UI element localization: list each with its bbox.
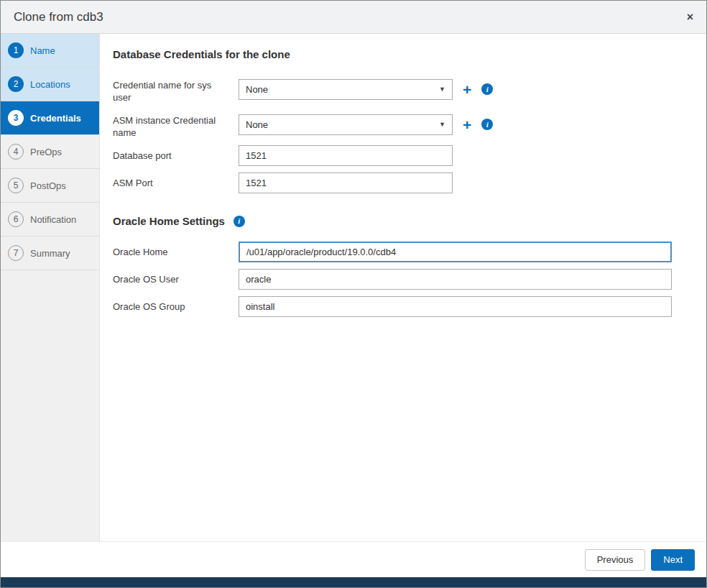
step-label: Notification [30, 214, 76, 225]
field-label: Database port [113, 145, 239, 166]
form-row-sys-credential: Credential name for sys user None ▼ + i [113, 75, 689, 104]
add-sys-credential-icon[interactable]: + [463, 82, 471, 97]
section-title-oracle-home: Oracle Home Settings i [113, 215, 689, 227]
step-number: 1 [8, 42, 24, 58]
step-label: Summary [30, 248, 70, 259]
field-label: ASM instance Credential name [113, 110, 239, 139]
dialog-body: 1 Name 2 Locations 3 Credentials 4 PreOp… [1, 34, 706, 541]
step-label: Locations [30, 79, 70, 90]
form-row-asm-port: ASM Port [113, 173, 689, 193]
sidebar-step-name[interactable]: 1 Name [1, 34, 99, 68]
form-row-oracle-os-group: Oracle OS Group [113, 296, 689, 317]
info-icon-sys-credential[interactable]: i [481, 83, 493, 95]
chevron-down-icon: ▼ [439, 86, 445, 93]
section-title-text: Oracle Home Settings [113, 215, 225, 227]
form-row-asm-credential: ASM instance Credential name None ▼ + i [113, 110, 689, 139]
step-label: Credentials [30, 113, 81, 124]
field-label: Oracle OS User [113, 269, 239, 290]
form-row-oracle-os-user: Oracle OS User [113, 269, 689, 290]
oracle-os-group-input[interactable] [239, 296, 672, 317]
step-number: 4 [8, 144, 24, 160]
next-button[interactable]: Next [651, 549, 695, 571]
step-number: 5 [8, 178, 24, 193]
sidebar-step-postops[interactable]: 5 PostOps [1, 169, 99, 203]
clone-dialog: Clone from cdb3 × 1 Name 2 Locations 3 C… [0, 0, 707, 588]
select-value: None [246, 84, 268, 95]
window-bottom-strip [1, 577, 706, 587]
sidebar-step-locations[interactable]: 2 Locations [1, 68, 99, 101]
chevron-down-icon: ▼ [439, 121, 445, 128]
oracle-os-user-input[interactable] [239, 269, 672, 290]
form-row-database-port: Database port [113, 145, 689, 166]
page-title: Clone from cdb3 [14, 10, 103, 24]
section-title-credentials: Database Credentials for the clone [113, 48, 689, 60]
sidebar-step-summary[interactable]: 7 Summary [1, 236, 99, 270]
field-label: ASM Port [113, 173, 239, 193]
sidebar-step-credentials[interactable]: 3 Credentials [1, 101, 99, 135]
select-value: None [246, 119, 268, 130]
main-content: Database Credentials for the clone Crede… [100, 34, 706, 541]
field-label: Oracle Home [113, 242, 239, 262]
field-label: Oracle OS Group [113, 296, 239, 317]
dialog-footer: Previous Next [1, 541, 706, 577]
info-icon-oracle-home[interactable]: i [234, 216, 245, 227]
step-number: 2 [8, 76, 24, 92]
credential-sys-select[interactable]: None ▼ [239, 79, 453, 100]
step-label: Name [30, 45, 55, 56]
close-icon[interactable]: × [687, 12, 693, 23]
info-icon-asm-credential[interactable]: i [481, 119, 493, 130]
section-title-text: Database Credentials for the clone [113, 48, 290, 60]
database-port-input[interactable] [239, 145, 453, 166]
step-number: 7 [8, 245, 24, 261]
titlebar: Clone from cdb3 × [1, 1, 706, 34]
oracle-home-input[interactable] [239, 242, 672, 262]
asm-port-input[interactable] [239, 173, 453, 193]
form-row-oracle-home: Oracle Home [113, 242, 689, 262]
add-asm-credential-icon[interactable]: + [463, 117, 471, 132]
step-label: PreOps [30, 147, 62, 157]
sidebar-step-preops[interactable]: 4 PreOps [1, 135, 99, 169]
sidebar-step-notification[interactable]: 6 Notification [1, 203, 99, 236]
credential-asm-select[interactable]: None ▼ [239, 114, 453, 135]
step-number: 3 [8, 110, 24, 126]
step-number: 6 [8, 211, 24, 227]
step-label: PostOps [30, 180, 66, 191]
previous-button[interactable]: Previous [585, 549, 646, 571]
wizard-sidebar: 1 Name 2 Locations 3 Credentials 4 PreOp… [1, 34, 100, 541]
field-label: Credential name for sys user [113, 75, 239, 104]
